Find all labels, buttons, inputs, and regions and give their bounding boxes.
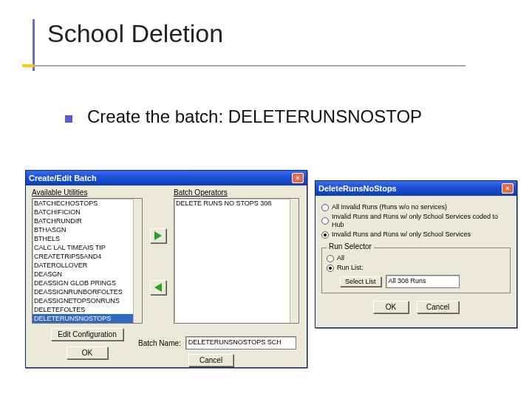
list-item[interactable]: BATCHRUNDIR bbox=[33, 216, 142, 225]
bullet-icon bbox=[65, 115, 72, 123]
list-item[interactable]: BTHELS bbox=[33, 234, 142, 243]
list-item[interactable]: BATCHECHOSTOPS bbox=[33, 199, 142, 208]
list-item[interactable]: BTHASGN bbox=[33, 225, 142, 234]
list-item[interactable]: DEASGN bbox=[33, 270, 142, 279]
list-item[interactable]: DELETE RUNS NO STOPS 308 bbox=[174, 199, 299, 208]
arrow-right-icon bbox=[154, 231, 162, 240]
list-item[interactable]: BATCHIFICION bbox=[33, 208, 142, 216]
list-item[interactable]: DEASSIGN GLOB PRINGS bbox=[33, 279, 142, 287]
batch-operators-list[interactable]: DELETE RUNS NO STOPS 308 bbox=[174, 198, 299, 324]
available-utilities-label: Available Utilities bbox=[32, 188, 143, 197]
radio-label: Invalid Runs and Runs w/ only School Ser… bbox=[332, 231, 471, 239]
list-item[interactable]: DELETERUNSNOSTOPS bbox=[33, 314, 142, 323]
list-item[interactable]: DEASSIGNETOPSONRUNS bbox=[33, 296, 142, 305]
add-arrow-button[interactable] bbox=[150, 228, 166, 243]
radio-label: Invalid Runs and Runs w/ only School Ser… bbox=[332, 213, 511, 229]
batch-name-label: Batch Name: bbox=[138, 339, 181, 347]
list-item[interactable]: DATEROLLOVER bbox=[33, 261, 142, 270]
radio-all-invalid[interactable]: All Invalid Runs (Runs w/o no services) bbox=[321, 203, 511, 211]
close-icon[interactable]: × bbox=[502, 183, 514, 194]
scrollbar[interactable] bbox=[290, 199, 299, 323]
delete-runs-no-stops-window: DeleteRunsNoStops × All Invalid Runs (Ru… bbox=[315, 180, 517, 328]
window-title: Create/Edit Batch bbox=[29, 174, 97, 183]
close-icon[interactable]: × bbox=[292, 173, 304, 183]
radio-invalid-school[interactable]: Invalid Runs and Runs w/ only School Ser… bbox=[321, 231, 511, 239]
radio-run-list[interactable]: Run List: bbox=[327, 264, 505, 272]
radio-icon bbox=[321, 231, 329, 239]
run-list-input[interactable]: All 308 Runs bbox=[386, 275, 460, 288]
remove-arrow-button[interactable] bbox=[150, 280, 166, 295]
ok-button[interactable]: OK bbox=[66, 347, 108, 359]
radio-label: Run List: bbox=[337, 264, 364, 272]
radio-label: All bbox=[337, 254, 344, 262]
batch-operators-label: Batch Operators bbox=[174, 188, 299, 197]
list-item[interactable]: CREATETRIPS5AND4 bbox=[33, 252, 142, 261]
bullet-text: Create the batch: DELETERUNSNOSTOP bbox=[87, 106, 422, 127]
list-item[interactable]: DEASSIGNRUNBORFOLTES bbox=[33, 287, 142, 296]
radio-icon bbox=[327, 255, 334, 262]
radio-label: All Invalid Runs (Runs w/o no services) bbox=[332, 203, 447, 211]
window-title: DeleteRunsNoStops bbox=[318, 184, 397, 193]
radio-icon bbox=[321, 217, 329, 225]
create-edit-batch-window: Create/Edit Batch × Available Utilities … bbox=[25, 170, 307, 368]
scrollbar[interactable] bbox=[133, 199, 142, 323]
arrow-left-icon bbox=[154, 283, 162, 292]
edit-configuration-button[interactable]: Edit Configuration bbox=[51, 328, 123, 341]
cancel-button[interactable]: Cancel bbox=[188, 354, 233, 366]
list-item[interactable]: CALC LAL TIMEAIS TIP bbox=[33, 243, 142, 252]
ok-button[interactable]: OK bbox=[373, 301, 409, 313]
list-item[interactable]: DELETERUNUSEDSTREETS bbox=[33, 323, 142, 324]
slide-title: School Deletion bbox=[47, 19, 223, 48]
radio-run-all[interactable]: All bbox=[327, 254, 505, 262]
radio-icon bbox=[321, 204, 329, 211]
available-utilities-list[interactable]: BATCHECHOSTOPS BATCHIFICION BATCHRUNDIR … bbox=[32, 198, 143, 324]
select-list-button[interactable]: Select List bbox=[340, 276, 381, 287]
radio-invalid-hub[interactable]: Invalid Runs and Runs w/ only School Ser… bbox=[321, 213, 511, 229]
run-selector-group: Run Selector bbox=[327, 242, 374, 250]
radio-icon bbox=[327, 265, 334, 272]
list-item[interactable]: DELETEFOLTES bbox=[33, 305, 142, 314]
cancel-button[interactable]: Cancel bbox=[417, 301, 459, 313]
batch-name-input[interactable]: DELETERUNSNOSTOPS SCH bbox=[185, 336, 296, 349]
